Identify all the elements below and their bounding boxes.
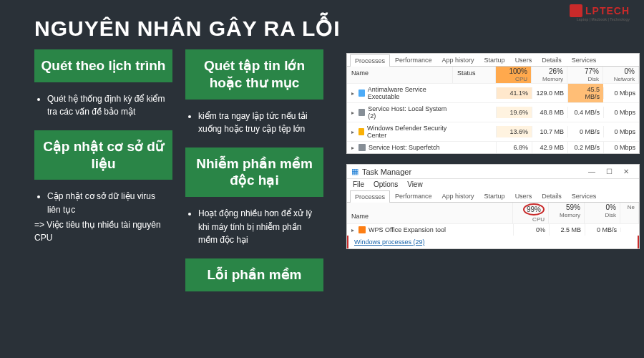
- card-db-update: Cập nhật cơ sở dữ liệu: [34, 130, 172, 180]
- tab-services[interactable]: Services: [567, 190, 602, 202]
- card-large-file: Quét tập tin lớn hoặc thư mục: [185, 49, 323, 100]
- maximize-button[interactable]: ☐: [600, 166, 618, 177]
- desc-db-update: Cập nhật cơ sở dữ liệu virus liên tục =>…: [34, 187, 172, 247]
- card-scheduled-scan: Quét theo lịch trình: [34, 49, 172, 82]
- tab-app-history[interactable]: App history: [437, 54, 479, 66]
- col-status[interactable]: Status: [453, 67, 496, 83]
- desc-scheduled-scan: Quét hệ thống định kỳ để kiểm tra các vấ…: [34, 90, 172, 123]
- col-memory[interactable]: 26%Memory: [532, 67, 567, 83]
- col-memory[interactable]: 59%Memory: [549, 203, 585, 223]
- col-name[interactable]: Name: [347, 203, 513, 223]
- page-title: NGUYÊN NHÂN GÂY RA LỖI: [0, 0, 644, 49]
- logo-text: LPTECH: [585, 5, 630, 16]
- process-row[interactable]: ▸Service Host: Local System (2)19.6%48.8…: [347, 102, 639, 122]
- menu-options[interactable]: Options: [374, 180, 398, 188]
- desc-malware: Hoạt động nhiều hơn để xử lý khi máy tín…: [185, 204, 323, 251]
- col-name[interactable]: Name: [347, 67, 453, 83]
- tab-details[interactable]: Details: [537, 54, 567, 66]
- col-network[interactable]: Ne: [620, 203, 639, 223]
- tab-performance[interactable]: Performance: [390, 190, 437, 202]
- tm2-header: Name 99%CPU 59%Memory 0%Disk Ne: [347, 203, 639, 223]
- logo-icon: [570, 4, 582, 17]
- expand-icon[interactable]: ▸: [351, 129, 354, 135]
- logo: LPTECH Laptop | Macbook | Technology: [570, 4, 630, 17]
- screenshots: Processes Performance App history Startu…: [346, 53, 640, 249]
- tm2-titlebar: ▦ Task Manager — ☐ ✕: [347, 165, 639, 179]
- windows-processes-group[interactable]: Windows processes (29): [347, 236, 639, 248]
- minimize-button[interactable]: —: [583, 166, 600, 177]
- tab-processes[interactable]: Processes: [350, 190, 390, 203]
- col-disk[interactable]: 0%Disk: [585, 203, 620, 223]
- close-button[interactable]: ✕: [618, 166, 635, 177]
- tm1-header: Name Status 100%CPU 26%Memory 77%Disk 0%…: [347, 67, 639, 83]
- app-icon: [358, 90, 365, 97]
- col-disk[interactable]: 77%Disk: [567, 67, 603, 83]
- tab-performance[interactable]: Performance: [390, 54, 437, 66]
- tm2-menu: File Options View: [347, 179, 639, 190]
- tab-services[interactable]: Services: [567, 54, 602, 66]
- col-cpu[interactable]: 100%CPU: [496, 67, 532, 83]
- tab-users[interactable]: Users: [510, 54, 537, 66]
- expand-icon[interactable]: ▸: [351, 110, 354, 116]
- tab-app-history[interactable]: App history: [437, 190, 479, 202]
- process-row[interactable]: ▸Service Host: Superfetch6.8%42.9 MB0.2 …: [347, 141, 639, 153]
- tab-processes[interactable]: Processes: [350, 54, 390, 67]
- col-cpu[interactable]: 99%CPU: [513, 203, 549, 223]
- expand-icon[interactable]: ▸: [351, 227, 354, 233]
- card-malware: Nhiễm phần mềm độc hại: [185, 147, 323, 198]
- app-icon: [358, 226, 366, 233]
- tm2-title: Task Manager: [362, 168, 411, 176]
- app-icon: [358, 109, 365, 116]
- card-software-error: Lỗi phần mềm: [185, 258, 323, 291]
- menu-file[interactable]: File: [353, 180, 364, 188]
- task-manager-screenshot-2: ▦ Task Manager — ☐ ✕ File Options View P…: [346, 164, 640, 249]
- app-icon: [358, 144, 366, 151]
- app-icon: [358, 128, 364, 135]
- process-row[interactable]: ▸Windows Defender Security Center13.6%10…: [347, 122, 639, 141]
- col-network[interactable]: 0%Network: [603, 67, 639, 83]
- menu-view[interactable]: View: [407, 180, 423, 188]
- tm2-tabs: Processes Performance App history Startu…: [347, 190, 639, 203]
- tab-startup[interactable]: Startup: [479, 54, 510, 66]
- tab-startup[interactable]: Startup: [479, 190, 510, 202]
- tm-icon: ▦: [351, 167, 358, 176]
- desc-large-file: kiểm tra ngay lập tức nếu tải xuống hoặc…: [185, 107, 323, 140]
- expand-icon[interactable]: ▸: [351, 90, 354, 97]
- process-row[interactable]: ▸WPS Office Expansion tool 0% 2.5 MB 0 M…: [347, 223, 639, 236]
- tm1-tabs: Processes Performance App history Startu…: [347, 54, 639, 67]
- tab-users[interactable]: Users: [510, 190, 537, 202]
- tab-details[interactable]: Details: [537, 190, 567, 202]
- process-row[interactable]: ▸Antimalware Service Executable41.1%129.…: [347, 83, 639, 102]
- expand-icon[interactable]: ▸: [351, 145, 354, 151]
- logo-subtitle: Laptop | Macbook | Technology: [577, 17, 630, 21]
- task-manager-screenshot-1: Processes Performance App history Startu…: [346, 53, 640, 154]
